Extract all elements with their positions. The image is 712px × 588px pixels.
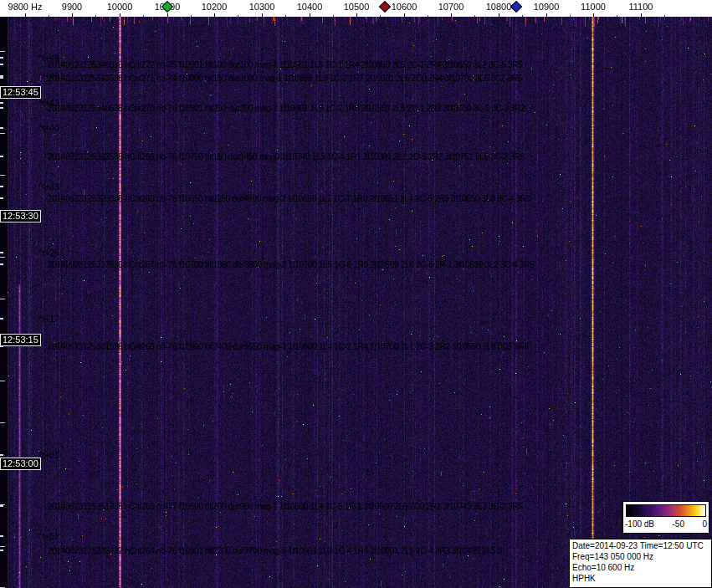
scale-mid-label: -50 [673, 519, 684, 529]
ruler-tick-major [25, 13, 26, 17]
spectrogram-canvas[interactable] [0, 17, 712, 588]
color-scale: -100 dB -50 0 [622, 501, 709, 534]
ruler-label-10700: 10700 [438, 2, 464, 12]
ruler-tick-major [499, 13, 499, 17]
echo-line: Echo=10 600 Hz [572, 562, 709, 573]
ruler-tick-major [593, 13, 594, 17]
ruler-tick-major [214, 13, 215, 17]
ruler-tick-minor [95, 15, 96, 17]
station-line: HPHK [572, 573, 709, 584]
ruler-label-10600: 10600 [392, 2, 417, 12]
ruler-tick-major [310, 13, 310, 17]
frequency-line: Freq=143 050 000 Hz [572, 551, 709, 562]
ruler-tick-major [72, 13, 73, 17]
ruler-tick-minor [570, 15, 571, 17]
ruler-label-10800: 10800 [486, 2, 512, 12]
ruler-tick-minor [49, 15, 49, 17]
frequency-ruler[interactable]: 9800 Hz990010000101001020010300104001050… [0, 0, 712, 17]
ruler-tick-minor [285, 15, 286, 17]
color-scale-labels: -100 dB -50 0 [625, 519, 707, 529]
ruler-tick-major [451, 13, 452, 17]
ruler-tick-minor [333, 15, 334, 17]
ruler-label-10300: 10300 [249, 2, 275, 12]
ruler-label-10900: 10900 [534, 2, 560, 12]
ruler-tick-minor [522, 15, 523, 17]
ruler-tick-minor [617, 15, 617, 17]
date-time-line: Date=2014-09-23 Time=12:50 UTC [572, 540, 709, 551]
ruler-tick-minor [380, 15, 381, 17]
ruler-tick-minor [143, 15, 144, 17]
ruler-tick-minor [664, 15, 665, 17]
ruler-label-9800Hz: 9800 Hz [8, 2, 43, 12]
ruler-tick-major [641, 13, 642, 17]
ruler-tick-major [356, 13, 357, 17]
ruler-tick-minor [191, 15, 192, 17]
ruler-label-11100: 11100 [629, 2, 653, 12]
marker-red-diamond[interactable] [379, 1, 391, 13]
ruler-label-10200: 10200 [202, 2, 228, 12]
ruler-label-9900: 9900 [62, 2, 82, 12]
ruler-tick-minor [474, 15, 475, 17]
ruler-tick-major [262, 13, 263, 17]
scale-max-label: 0 [702, 519, 707, 529]
ruler-tick-major [167, 13, 168, 17]
ruler-tick-minor [238, 15, 238, 17]
scale-min-label: -100 dB [625, 519, 654, 529]
ruler-tick-major [546, 13, 547, 17]
waterfall-area [0, 17, 712, 588]
spectrogram-app: 9800 Hz990010000101001020010300104001050… [0, 0, 712, 588]
ruler-label-11000: 11000 [581, 2, 606, 12]
ruler-label-10000: 10000 [107, 2, 133, 12]
marker-blue-diamond[interactable] [510, 1, 522, 13]
ruler-label-10400: 10400 [297, 2, 323, 12]
color-scale-gradient [626, 504, 706, 517]
ruler-tick-major [404, 13, 405, 17]
ruler-tick-minor [428, 15, 428, 17]
ruler-tick-major [120, 13, 120, 17]
status-info-box: Date=2014-09-23 Time=12:50 UTC Freq=143 … [569, 539, 712, 588]
ruler-label-10500: 10500 [344, 2, 370, 12]
